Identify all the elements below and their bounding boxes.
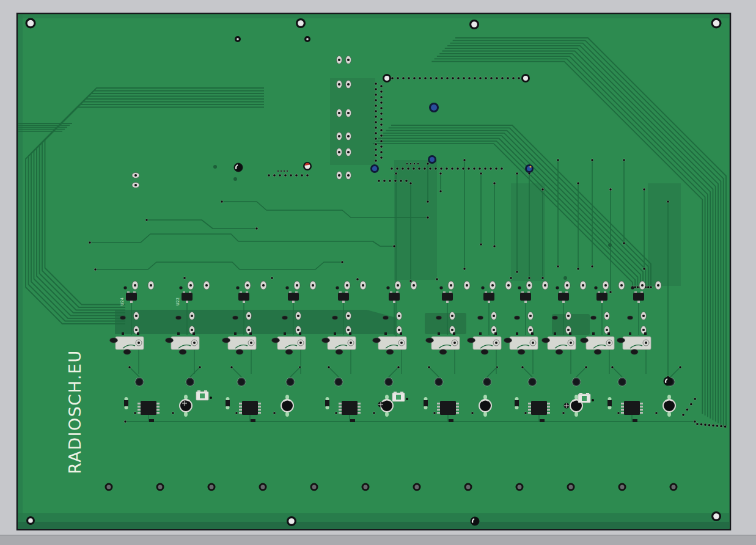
via [406,163,408,164]
through-hole-pad [639,281,645,290]
through-hole-pad [526,281,532,290]
via [480,172,482,175]
via [609,188,612,191]
sot23-transistor [126,293,137,301]
via [413,77,416,79]
mount-hole [26,18,36,29]
via [405,180,408,182]
via [694,398,696,400]
board-shade-bottom1 [18,513,729,522]
via [396,167,398,170]
via [468,77,471,79]
ic-leg [456,403,459,404]
via [501,167,503,170]
through-hole-pad [618,281,625,290]
via [375,132,377,134]
sot23-transistor [238,293,249,301]
ic-leg [528,409,531,411]
bottom-hole [362,483,370,491]
through-hole-pad [132,281,138,290]
via [380,96,383,98]
ic-leg [339,403,342,404]
via [643,268,645,270]
mount-hole [711,511,721,521]
via [375,104,377,107]
solder-blob [515,316,520,320]
silkscreen-layer: RADIOSCH.EU [65,349,84,474]
through-hole-pad [148,281,154,290]
ic-leg [621,409,624,411]
via [518,77,520,79]
sot23-transistor [483,293,494,301]
solder-blob [386,349,394,354]
via [430,77,432,79]
soic8-ic [141,401,156,415]
through-hole-pad [395,281,401,290]
desk-shadow-strip [0,535,756,545]
through-hole-pad [604,312,610,320]
ic-leg [640,412,643,414]
through-hole-pad [310,281,316,290]
via [436,278,438,280]
via [380,134,383,137]
via [647,286,650,288]
testpoint-cross [564,403,570,409]
via [585,366,587,368]
via [402,167,404,170]
ic-leg [339,406,342,408]
via [485,77,487,79]
via [471,412,474,414]
via [424,167,426,170]
through-hole-pad [641,312,647,320]
ic-leg [621,412,624,414]
testpoint-cross [182,401,188,406]
via [463,77,465,79]
solder-blob [617,338,625,343]
sot23-transistor [288,293,299,301]
via [495,167,497,170]
via [493,245,496,247]
via [375,121,377,123]
via [429,167,431,170]
ic-leg [258,403,261,404]
via [284,170,285,172]
via [577,268,579,270]
via [328,366,330,368]
ic-leg [640,406,643,408]
via [335,412,337,414]
via [451,167,453,170]
via [427,216,429,219]
through-hole-pad [337,81,342,89]
sot23-transistor [442,293,453,301]
via [380,140,383,142]
via [433,412,436,414]
through-hole-pad [346,56,351,64]
via [268,174,270,177]
ic-leg [258,406,261,408]
drill-ghost [233,177,237,181]
via [435,77,438,79]
through-hole-pad [337,56,342,64]
through-hole-pad [344,281,350,290]
via [435,167,437,170]
via [389,180,391,182]
via [463,268,466,270]
via [441,77,443,79]
through-hole-pad [346,81,351,89]
ic-leg [156,409,160,411]
blue-via [428,155,436,164]
through-hole-pad [134,312,139,320]
via [221,200,223,203]
solder-blob [478,316,483,320]
via [516,172,518,175]
via [273,412,276,414]
via [375,82,377,85]
soic8-ic [624,401,640,415]
through-hole-pad [505,281,512,290]
through-hole-pad [566,312,571,320]
via [440,167,442,170]
solder-blob [504,338,512,343]
drill-ghost [213,165,217,169]
soic8-ic [342,401,358,415]
bottom-hole [156,483,164,491]
